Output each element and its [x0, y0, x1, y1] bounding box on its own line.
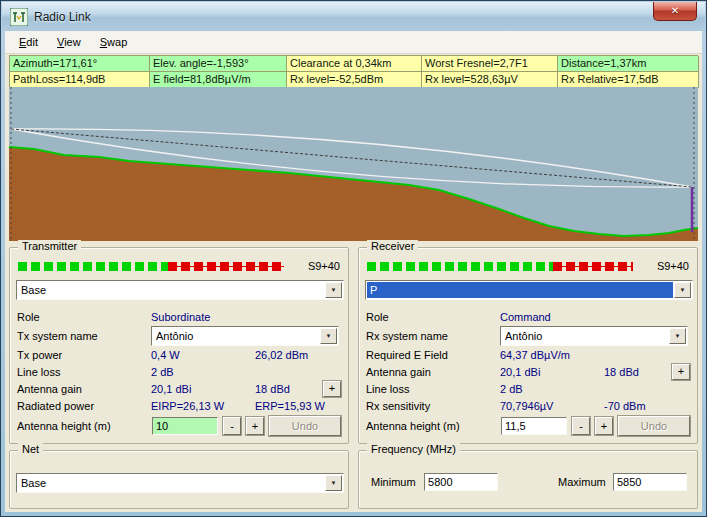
- field-label: Antenna height (m): [366, 420, 496, 432]
- field-label: Antenna gain: [17, 383, 151, 395]
- link-info-bar: Azimuth=171,61° Elev. angle=-1,593° Clea…: [9, 55, 698, 88]
- rx-antenna-height-plus-button[interactable]: +: [595, 417, 613, 435]
- info-elev-angle: Elev. angle=-1,593°: [150, 56, 287, 72]
- net-group-title: Net: [18, 443, 43, 455]
- frequency-group: Frequency (MHz) Minimum Maximum: [358, 450, 698, 509]
- field-value: Command: [500, 311, 604, 323]
- dropdown-arrow-icon[interactable]: ▼: [674, 282, 691, 298]
- dropdown-arrow-icon[interactable]: ▼: [325, 475, 342, 491]
- maximum-frequency-input[interactable]: [613, 473, 687, 491]
- rx-system-combo-value: Antônio: [501, 330, 669, 342]
- field-value: EIRP=26,13 W: [151, 400, 255, 412]
- close-button[interactable]: ✕: [653, 2, 697, 21]
- field-value: 26,02 dBm: [255, 349, 341, 361]
- rx-row-required-e-field: Required E Field 64,37 dBµV/m: [359, 346, 697, 363]
- transmitter-group: Transmitter S9+40 Base ▼ Role Subordinat…: [9, 247, 349, 444]
- info-distance: Distance=1,37km: [558, 56, 699, 72]
- info-rx-relative: Rx Relative=17,5dB: [558, 72, 699, 88]
- tx-undo-button[interactable]: Undo: [269, 416, 341, 436]
- tx-row-system-name: Tx system name Antônio ▼: [10, 325, 348, 346]
- rx-antenna-height-row: Antenna height (m) - + Undo: [366, 416, 690, 436]
- tx-antenna-height-minus-button[interactable]: -: [223, 417, 241, 435]
- tx-antenna-height-plus-button[interactable]: +: [246, 417, 264, 435]
- radio-link-window: Radio Link ✕ Edit View Swap Azimuth=171,…: [0, 0, 707, 517]
- rx-unit-combo[interactable]: P ▼: [365, 280, 693, 300]
- rx-row-role: Role Command: [359, 308, 697, 325]
- rx-row-antenna-gain: Antenna gain 20,1 dBi 18 dBd +: [359, 363, 697, 380]
- dropdown-arrow-icon[interactable]: ▼: [669, 328, 686, 344]
- info-pathloss: PathLoss=114,9dB: [10, 72, 150, 88]
- field-value: 2 dB: [500, 383, 604, 395]
- field-value: 0,4 W: [151, 349, 255, 361]
- field-label: Tx power: [17, 349, 151, 361]
- net-combo[interactable]: Base ▼: [16, 473, 344, 493]
- rx-antenna-height-input[interactable]: [501, 417, 567, 435]
- rx-meter-green-segment: [367, 262, 553, 271]
- tx-signal-strength-label: S9+40: [308, 260, 340, 272]
- info-clearance: Clearance at 0,34km: [287, 56, 422, 72]
- field-label: Line loss: [366, 383, 500, 395]
- rx-undo-button[interactable]: Undo: [618, 416, 690, 436]
- receiver-group-title: Receiver: [367, 240, 418, 252]
- tx-row-line-loss: Line loss 2 dB: [10, 363, 348, 380]
- rx-meter-red-segment: [553, 262, 633, 271]
- rx-unit-combo-value: P: [367, 282, 673, 298]
- field-label: Radiated power: [17, 400, 151, 412]
- titlebar[interactable]: Radio Link ✕: [2, 2, 705, 31]
- tx-row-radiated-power: Radiated power EIRP=26,13 W ERP=15,93 W: [10, 397, 348, 414]
- rx-system-combo[interactable]: Antônio ▼: [500, 326, 688, 346]
- tx-row-power: Tx power 0,4 W 26,02 dBm: [10, 346, 348, 363]
- field-value: ERP=15,93 W: [255, 400, 341, 412]
- field-label: Line loss: [17, 366, 151, 378]
- rx-row-line-loss: Line loss 2 dB: [359, 380, 697, 397]
- window-title: Radio Link: [34, 10, 91, 24]
- field-label: Antenna height (m): [17, 420, 147, 432]
- tx-unit-combo[interactable]: Base ▼: [16, 280, 344, 300]
- field-value: 20,1 dBi: [151, 383, 255, 395]
- minimum-frequency-label: Minimum: [371, 476, 424, 488]
- menu-view[interactable]: View: [49, 33, 89, 51]
- field-value: -70 dBm: [604, 400, 690, 412]
- field-value: 18 dBd: [604, 366, 672, 378]
- info-rx-level-uv: Rx level=528,63µV: [422, 72, 558, 88]
- tx-row-role: Role Subordinate: [10, 308, 348, 325]
- info-rx-level-dbm: Rx level=-52,5dBm: [287, 72, 422, 88]
- net-group: Net Base ▼: [9, 450, 349, 509]
- tx-system-combo-value: Antônio: [152, 330, 320, 342]
- field-value: 64,37 dBµV/m: [500, 349, 604, 361]
- rx-row-sensitivity: Rx sensitivity 70,7946µV -70 dBm: [359, 397, 697, 414]
- field-value: 2 dB: [151, 366, 255, 378]
- rx-signal-meter: [367, 262, 633, 271]
- transmitter-group-title: Transmitter: [18, 240, 81, 252]
- field-label: Rx system name: [366, 330, 500, 342]
- field-label: Role: [366, 311, 500, 323]
- info-worst-fresnel: Worst Fresnel=2,7F1: [422, 56, 558, 72]
- tx-row-antenna-gain: Antenna gain 20,1 dBi 18 dBd +: [10, 380, 348, 397]
- field-label: Role: [17, 311, 151, 323]
- terrain-profile-chart: [9, 87, 698, 241]
- menubar: Edit View Swap: [5, 31, 702, 54]
- app-icon: [10, 8, 28, 26]
- dropdown-arrow-icon[interactable]: ▼: [320, 328, 337, 344]
- tx-antenna-gain-plus-button[interactable]: +: [323, 381, 341, 397]
- frequency-group-title: Frequency (MHz): [367, 443, 460, 455]
- field-value: 70,7946µV: [500, 400, 604, 412]
- frequency-row: Minimum Maximum: [371, 473, 687, 491]
- rx-antenna-gain-plus-button[interactable]: +: [672, 364, 690, 380]
- dropdown-arrow-icon[interactable]: ▼: [325, 282, 342, 298]
- field-value: 18 dBd: [255, 383, 323, 395]
- menu-edit[interactable]: Edit: [11, 33, 46, 51]
- tx-meter-green-segment: [18, 262, 168, 271]
- tx-meter-red-segment: [168, 262, 284, 271]
- info-azimuth: Azimuth=171,61°: [10, 56, 150, 72]
- rx-signal-strength-label: S9+40: [657, 260, 689, 272]
- field-label: Rx sensitivity: [366, 400, 500, 412]
- field-value: Subordinate: [151, 311, 255, 323]
- tx-system-combo[interactable]: Antônio ▼: [151, 326, 339, 346]
- minimum-frequency-input[interactable]: [424, 473, 498, 491]
- tx-antenna-height-input[interactable]: [152, 417, 218, 435]
- info-e-field: E field=81,8dBµV/m: [150, 72, 287, 88]
- rx-antenna-height-minus-button[interactable]: -: [572, 417, 590, 435]
- field-label: Antenna gain: [366, 366, 500, 378]
- menu-swap[interactable]: Swap: [92, 33, 136, 51]
